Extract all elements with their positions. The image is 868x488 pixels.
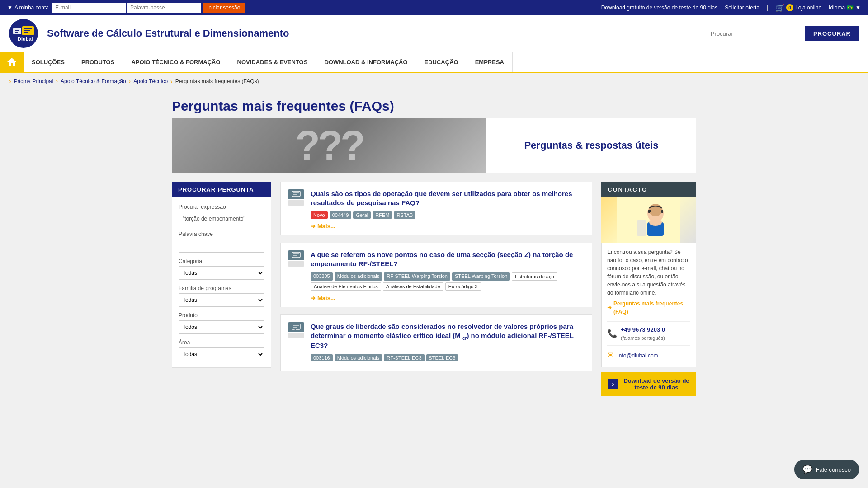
product-select[interactable]: Todos (179, 320, 264, 334)
breadcrumb-sep-2: › (129, 78, 131, 85)
chevron-right-icon: › (9, 78, 11, 85)
category-select[interactable]: Todas (179, 266, 264, 280)
phone-sub: (falamos português) (621, 334, 665, 342)
sidebar-filter: PROCURAR PERGUNTA Procurar expressão Pal… (172, 182, 271, 368)
faq-title[interactable]: Que graus de liberdade são considerados … (311, 322, 585, 350)
faq-list: Quais são os tipos de operação que devem… (280, 182, 592, 378)
svg-point-24 (649, 219, 662, 226)
tag-novo[interactable]: Novo (311, 211, 328, 219)
category-label: Categoria (179, 258, 264, 264)
search-expression-label: Procurar expressão (179, 204, 264, 210)
tag-rfem[interactable]: RFEM (373, 211, 392, 219)
account-label[interactable]: A minha conta (14, 5, 49, 11)
email-address: info@dlubal.com (618, 352, 658, 360)
search-expression-input[interactable] (179, 212, 264, 225)
family-select[interactable]: Todas (179, 293, 264, 307)
tag-geral[interactable]: Geral (353, 211, 371, 219)
message-icon (292, 324, 301, 331)
svg-point-22 (649, 204, 662, 216)
faq-body: A que se referem os nove pontos no caso … (311, 250, 585, 301)
site-header: Dlubal Software de Cálculo Estrutural e … (0, 15, 868, 52)
language-selector[interactable]: Idioma 🇧🇷 ▼ (829, 5, 861, 11)
tag-steel-ec3[interactable]: STEEL EC3 (426, 354, 458, 361)
shop-link[interactable]: 🛒 0 Loja online (775, 4, 821, 12)
download-label[interactable]: Download gratuito de versão de teste de … (601, 5, 718, 11)
contact-phone: 📞 +49 9673 9203 0 (falamos português) (607, 321, 690, 342)
tag-eurocodigo[interactable]: Eurocódigo 3 (445, 282, 481, 291)
breadcrumb-home[interactable]: Página Principal (14, 78, 53, 84)
faq-more-link[interactable]: ➜ Mais... (311, 223, 335, 230)
tag-steel-warping[interactable]: STEEL Warping Torsion (452, 272, 510, 281)
tag-rf-steel-ec3[interactable]: RF-STEEL EC3 (384, 354, 424, 361)
header-search-input[interactable] (706, 26, 805, 41)
tag-number[interactable]: 003205 (311, 272, 333, 281)
tag-number[interactable]: 003116 (311, 354, 333, 361)
idioma-label: Idioma (829, 5, 845, 11)
tag-number[interactable]: 004449 (330, 211, 352, 219)
tag-analise-estab[interactable]: Análises de Estabilidade (383, 282, 443, 291)
header-title: Software de Cálculo Estrutural e Dimensi… (47, 28, 697, 39)
top-bar-right: Download gratuito de versão de teste de … (601, 4, 861, 12)
logo[interactable]: Dlubal (9, 19, 38, 48)
nav-item-solucoes[interactable]: SOLUÇÕES (24, 52, 73, 72)
tag-modulos[interactable]: Módulos adicionais (335, 272, 382, 281)
faq-title[interactable]: Quais são os tipos de operação que devem… (311, 189, 585, 207)
tag-modulos[interactable]: Módulos adicionais (335, 354, 382, 361)
table-row: A que se referem os nove pontos no caso … (280, 243, 592, 307)
cart-badge: 0 (786, 4, 793, 11)
nav-item-apoio[interactable]: APOIO TÉCNICO & FORMAÇÃO (123, 52, 229, 72)
support-person-image (617, 197, 680, 243)
chevron-down-icon: ▼ (855, 5, 861, 11)
svg-rect-6 (24, 32, 28, 33)
faq-title[interactable]: A que se referem os nove pontos no caso … (311, 250, 585, 268)
contact-faq-link[interactable]: ➜ Perguntas mais frequentes (FAQ) (607, 300, 690, 316)
email-input[interactable] (52, 3, 126, 13)
area-select[interactable]: Todas (179, 347, 264, 361)
tag-analise-ef[interactable]: Análise de Elementos Finitos (311, 282, 381, 291)
breadcrumb-apoio-tecnico-formacao[interactable]: Apoio Técnico & Formação (61, 78, 126, 84)
contact-photo (601, 197, 696, 243)
nav-item-download[interactable]: DOWNLOAD & INFORMAÇÃO (316, 52, 416, 72)
svg-rect-1 (15, 30, 19, 31)
login-form: Iniciar sessão (52, 3, 245, 13)
tag-rf-steel-warping[interactable]: RF-STEEL Warping Torsion (384, 272, 450, 281)
nav-item-novidades[interactable]: NOVIDADES & EVENTOS (229, 52, 316, 72)
download-button[interactable]: › Download de versão de teste de 90 dias (601, 372, 696, 396)
breadcrumb-sep-1: › (56, 78, 58, 85)
faq-more-link[interactable]: ➜ Mais... (311, 295, 335, 301)
nav-item-produtos[interactable]: PRODUTOS (73, 52, 123, 72)
breadcrumb-apoio-tecnico[interactable]: Apoio Técnico (133, 78, 168, 84)
nav-item-educacao[interactable]: EDUCAÇÃO (416, 52, 467, 72)
offer-label[interactable]: Solicitar oferta (725, 5, 760, 11)
nav-item-empresa[interactable]: EMPRESA (467, 52, 513, 72)
hero-question-marks: ??? (172, 118, 486, 173)
svg-rect-28 (637, 220, 646, 236)
password-input[interactable] (127, 3, 201, 13)
header-search: PROCURAR (706, 26, 859, 41)
hero-subtitle: Perguntas & respostas úteis (524, 140, 658, 151)
svg-text:Dlubal: Dlubal (18, 36, 33, 42)
tag-rstab[interactable]: RSTAB (394, 211, 415, 219)
contact-header: CONTACTO (601, 182, 696, 197)
breadcrumb: › Página Principal › Apoio Técnico & For… (0, 73, 868, 89)
header-search-button[interactable]: PROCURAR (805, 26, 859, 41)
faq-icon (288, 322, 304, 338)
message-icon (292, 252, 301, 259)
keyword-label: Palavra chave (179, 231, 264, 237)
faq-link-label: Perguntas mais frequentes (FAQ) (613, 300, 690, 316)
svg-rect-8 (292, 191, 300, 197)
svg-rect-27 (661, 210, 663, 213)
svg-rect-2 (15, 32, 18, 33)
table-row: Quais são os tipos de operação que devem… (280, 182, 592, 235)
more-label: Mais... (317, 223, 335, 230)
faq-icon-image (288, 333, 304, 338)
login-button[interactable]: Iniciar sessão (203, 3, 245, 13)
nav-home-button[interactable] (0, 52, 24, 72)
keyword-input[interactable] (179, 239, 264, 253)
faq-icon (288, 250, 304, 267)
faq-tags: 003205 Módulos adicionais RF-STEEL Warpi… (311, 272, 585, 291)
sidebar-header: PROCURAR PERGUNTA (172, 182, 271, 197)
faq-icon (288, 189, 304, 206)
tag-estruturas[interactable]: Estruturas de aço (512, 272, 557, 281)
account-menu[interactable]: ▼ A minha conta (7, 5, 49, 11)
